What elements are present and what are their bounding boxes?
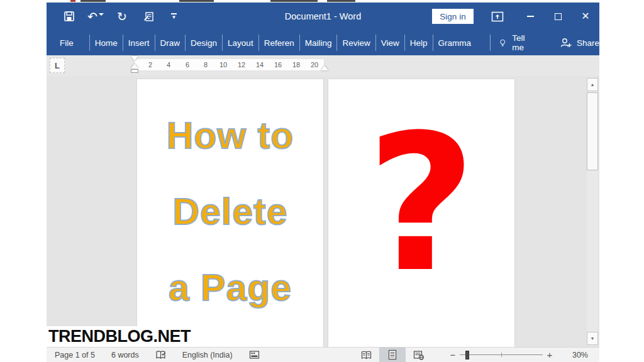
web-layout-icon [413, 350, 425, 360]
statusbar-left: Page 1 of 5 6 words English (India) [53, 348, 275, 362]
word-window: ↶ ↻ ▼ [47, 3, 599, 362]
quick-access-toolbar: ↶ ↻ ▼ [47, 9, 177, 24]
proofing-book-icon [155, 350, 166, 360]
maximize-button[interactable] [544, 3, 572, 30]
heading-line: How to [137, 98, 323, 174]
read-mode-icon [360, 350, 372, 360]
heading-line: a Page [137, 250, 323, 326]
maximize-icon [555, 13, 562, 20]
scrollbar-thumb[interactable] [587, 92, 598, 170]
background-artifact [80, 0, 106, 2]
watermark: TRENDBLOG.NET [47, 326, 204, 347]
close-icon: ✕ [581, 11, 589, 21]
hanging-indent-marker[interactable] [131, 63, 138, 73]
lightbulb-icon [499, 37, 506, 49]
ribbon-tab-design[interactable]: Design [185, 35, 222, 51]
document-page-1[interactable]: How to Delete a Page [137, 79, 323, 347]
ribbon-tab-home[interactable]: Home [89, 35, 123, 51]
ribbon-tab-insert[interactable]: Insert [123, 35, 155, 51]
zoom-slider[interactable] [460, 351, 543, 359]
ribbon-tab-mailings[interactable]: Mailing [299, 35, 337, 51]
undo-dropdown-icon [99, 13, 104, 16]
zoom-in-button[interactable]: + [543, 349, 557, 360]
watermark-text: TRENDBLOG.NET [47, 327, 191, 346]
window-title: Document1 - Word [285, 11, 361, 21]
redo-button[interactable]: ↻ [114, 9, 130, 24]
share-label: Share [577, 38, 599, 48]
ribbon-tab-references[interactable]: Referen [258, 35, 299, 51]
close-button[interactable]: ✕ [572, 3, 599, 30]
heading-line: Delete [137, 174, 323, 250]
statusbar-right: − + 30% [353, 348, 588, 362]
print-layout-button[interactable] [379, 348, 406, 362]
ruler-number: 4 [163, 61, 174, 69]
print-layout-icon [387, 349, 397, 360]
title-bar: ↶ ↻ ▼ [47, 3, 599, 30]
touch-mouse-mode-icon [143, 11, 155, 23]
ruler-number: 10 [218, 61, 229, 69]
ruler-number: 18 [291, 61, 302, 69]
ribbon-display-options-icon [491, 11, 504, 22]
undo-button[interactable]: ↶ [88, 9, 103, 24]
scroll-up-icon: ▲ [591, 82, 595, 87]
zoom-slider-thumb[interactable] [465, 351, 469, 359]
minimize-icon [527, 16, 534, 17]
screen: { "window": { "titlebar": { "title": "Do… [0, 0, 644, 362]
undo-icon: ↶ [87, 11, 97, 23]
page-indicator[interactable]: Page 1 of 5 [53, 348, 96, 362]
tell-me-label: Tell me [512, 33, 531, 52]
word-count[interactable]: 6 words [110, 348, 140, 362]
ribbon-tab-layout[interactable]: Layout [222, 35, 258, 51]
ribbon-right-controls: Tell me Share [481, 33, 599, 52]
ruler-number: 16 [272, 61, 284, 69]
customize-quick-access-button[interactable]: ▼ [171, 13, 177, 19]
background-artifact [70, 0, 75, 2]
zoom-out-button[interactable]: − [446, 349, 460, 360]
sign-in-button[interactable]: Sign in [432, 9, 474, 24]
ribbon-tab-view[interactable]: View [375, 35, 404, 51]
touch-mouse-mode-button[interactable] [141, 9, 156, 24]
save-icon [64, 11, 75, 22]
tab-stop-selector[interactable]: L [50, 58, 65, 73]
ruler-number: 2 [145, 61, 156, 69]
ruler-number: 12 [236, 61, 247, 69]
scroll-up-button[interactable]: ▲ [587, 78, 598, 91]
tell-me-button[interactable]: Tell me [499, 33, 531, 52]
scroll-down-button[interactable]: ▼ [587, 332, 598, 345]
status-bar: Page 1 of 5 6 words English (India) [47, 347, 599, 362]
ribbon-tab-review[interactable]: Review [336, 35, 375, 51]
ribbon-tab-file[interactable]: File [50, 35, 84, 51]
ribbon-tab-draw[interactable]: Draw [155, 35, 186, 51]
question-mark-graphic: ? [328, 79, 514, 347]
horizontal-ruler[interactable]: 2 4 6 8 10 12 14 16 18 20 [134, 58, 325, 71]
ruler-number: 8 [200, 61, 211, 69]
keyboard-icon [249, 350, 260, 359]
ruler-row: L 2 4 6 8 10 12 14 16 18 20 [47, 55, 599, 76]
web-layout-button[interactable] [406, 348, 432, 362]
minimize-button[interactable] [516, 3, 544, 30]
document-canvas: How to Delete a Page ? TRENDBLOG.NET ▲ ▼ [47, 76, 599, 347]
ruler-number: 14 [254, 61, 265, 69]
ribbon-display-options-button[interactable] [490, 9, 505, 24]
input-method-button[interactable] [248, 348, 261, 362]
vertical-scrollbar[interactable]: ▲ ▼ [587, 78, 598, 345]
save-button[interactable] [62, 9, 77, 24]
share-button[interactable]: Share [560, 38, 599, 48]
redo-icon: ↻ [117, 11, 127, 23]
right-indent-marker[interactable] [321, 65, 328, 70]
zoom-level[interactable]: 30% [564, 351, 588, 359]
ribbon-divider [490, 35, 491, 51]
ribbon-tab-help[interactable]: Help [404, 35, 433, 51]
ribbon-tab-bar: File Home Insert Draw Design Layout Refe… [47, 30, 599, 55]
share-person-icon [560, 38, 572, 48]
ribbon-tab-grammarly[interactable]: Gramma [433, 35, 477, 51]
read-mode-button[interactable] [353, 348, 379, 362]
document-page-2[interactable]: ? [328, 79, 514, 347]
proofing-status-button[interactable] [154, 348, 167, 362]
ruler-number: 6 [182, 61, 193, 69]
first-line-indent-marker[interactable] [131, 56, 138, 61]
customize-quick-access-arrow-icon: ▼ [172, 16, 177, 19]
scroll-down-icon: ▼ [591, 336, 595, 341]
language-status[interactable]: English (India) [181, 348, 234, 362]
ruler-number: 20 [309, 61, 320, 69]
